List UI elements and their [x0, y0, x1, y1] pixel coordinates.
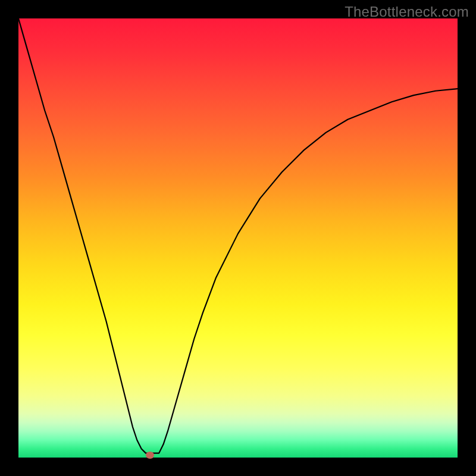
optimal-point-marker [146, 452, 154, 459]
watermark-text: TheBottleneck.com [345, 4, 469, 20]
bottleneck-curve [18, 18, 458, 458]
chart-frame: TheBottleneck.com [0, 0, 476, 476]
plot-area [18, 18, 458, 458]
